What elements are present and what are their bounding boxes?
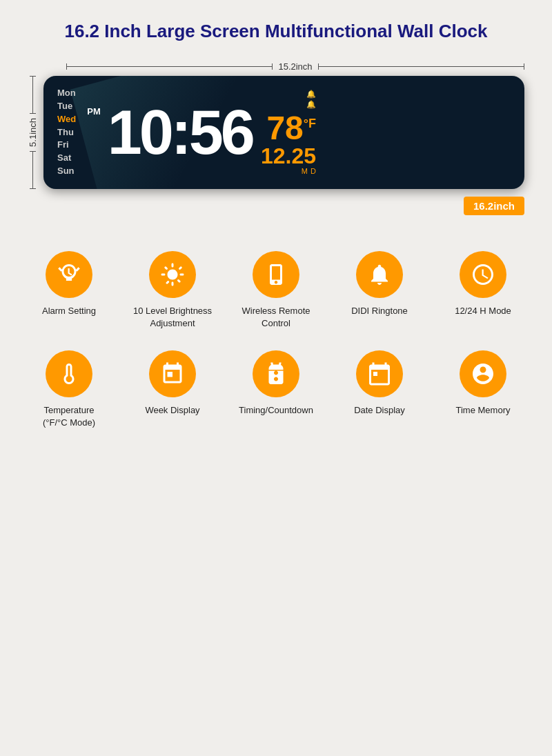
date-svg xyxy=(367,361,392,386)
feature-alarm: Alarm Setting xyxy=(28,251,110,330)
remote-icon-circle xyxy=(253,251,299,298)
remote-svg xyxy=(264,262,288,287)
width-dimension: 15.2inch xyxy=(28,61,524,72)
memory-svg xyxy=(471,361,495,386)
day-thu: Thu xyxy=(57,126,76,139)
mode-label: 12/24 H Mode xyxy=(455,305,511,317)
feature-week: Week Display xyxy=(131,350,214,429)
svg-rect-0 xyxy=(373,372,377,376)
week-label: Week Display xyxy=(145,404,199,417)
clock-right-panel: 🔔 🔔 78°F 12.25 M D xyxy=(261,90,316,175)
day-mon: Mon xyxy=(57,87,76,100)
page-title: 16.2 Inch Large Screen Multifunctional W… xyxy=(14,21,538,42)
clock-date-labels: M D xyxy=(302,167,316,175)
clock-ampm: PM xyxy=(87,106,101,117)
features-row-2: Temperature(°F/°C Mode) Week Display Tim… xyxy=(28,350,524,429)
feature-memory: Time Memory xyxy=(442,350,524,429)
height-label: 5.1inch xyxy=(28,114,38,151)
date-icon-circle xyxy=(356,350,403,397)
day-sun: Sun xyxy=(57,165,76,178)
alarm-svg xyxy=(57,262,81,287)
alarm-icons: 🔔 🔔 xyxy=(306,90,316,109)
temperature-svg xyxy=(57,361,81,386)
feature-temperature: Temperature(°F/°C Mode) xyxy=(28,350,110,429)
day-sat: Sat xyxy=(57,152,76,165)
clock-time: 10:56 xyxy=(108,101,253,163)
date-m-label: M xyxy=(302,167,308,175)
temp-unit: °F xyxy=(304,117,316,130)
clock-section: 15.2inch 5.1inch Mon Tue Wed Thu Fri Sat xyxy=(28,61,524,203)
feature-remote: Wireless Remote Control xyxy=(235,251,317,330)
clock-display: Mon Tue Wed Thu Fri Sat Sun PM 10:56 🔔 🔔 xyxy=(43,76,524,189)
features-section: Alarm Setting 10 Level Brightness Adjust… xyxy=(28,251,524,450)
temperature-label: Temperature(°F/°C Mode) xyxy=(43,404,95,429)
brightness-icon-circle xyxy=(149,251,196,298)
memory-icon-circle xyxy=(460,350,506,397)
day-tue: Tue xyxy=(57,100,76,113)
week-icon-circle xyxy=(149,350,196,397)
ringtone-svg xyxy=(367,262,392,287)
mode-svg xyxy=(471,262,495,287)
countdown-label: Timing/Countdown xyxy=(239,404,313,417)
feature-brightness: 10 Level Brightness Adjustment xyxy=(131,251,214,330)
feature-countdown: Timing/Countdown xyxy=(235,350,317,429)
alarm-icon-circle xyxy=(46,251,92,298)
date-label: Date Display xyxy=(354,404,405,417)
feature-mode: 12/24 H Mode xyxy=(442,251,524,330)
feature-date: Date Display xyxy=(338,350,421,429)
feature-ringtone: DIDI Ringtone xyxy=(338,251,421,330)
height-dimension: 5.1inch xyxy=(28,76,38,189)
ringtone-icon-circle xyxy=(356,251,403,298)
page-container: 16.2 Inch Large Screen Multifunctional W… xyxy=(0,0,552,756)
features-row-1: Alarm Setting 10 Level Brightness Adjust… xyxy=(28,251,524,330)
alarm-icon-1: 🔔 xyxy=(306,90,316,99)
mode-icon-circle xyxy=(460,251,506,298)
alarm-icon-2: 🔔 xyxy=(306,100,316,109)
date-d-label: D xyxy=(310,167,316,175)
clock-temperature: 78°F xyxy=(266,112,316,145)
week-svg xyxy=(160,361,185,386)
temp-value: 78 xyxy=(266,110,303,146)
countdown-svg xyxy=(264,361,288,386)
ringtone-label: DIDI Ringtone xyxy=(351,305,408,317)
alarm-label: Alarm Setting xyxy=(42,305,96,317)
width-label: 15.2inch xyxy=(273,61,317,72)
day-fri: Fri xyxy=(57,139,76,152)
size-badge: 16.2inch xyxy=(464,197,524,215)
day-wed: Wed xyxy=(57,113,76,126)
brightness-label: 10 Level Brightness Adjustment xyxy=(131,305,214,330)
brightness-svg xyxy=(160,262,185,287)
clock-days: Mon Tue Wed Thu Fri Sat Sun xyxy=(57,87,76,178)
countdown-icon-circle xyxy=(253,350,299,397)
remote-label: Wireless Remote Control xyxy=(235,305,317,330)
clock-date: 12.25 xyxy=(261,145,316,167)
temperature-icon-circle xyxy=(46,350,92,397)
memory-label: Time Memory xyxy=(456,404,511,417)
